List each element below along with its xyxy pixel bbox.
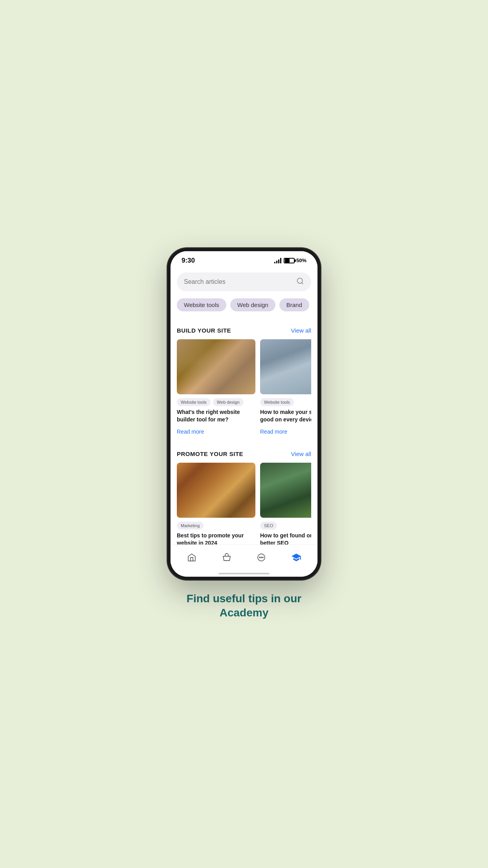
svg-line-1 <box>302 282 303 284</box>
article-card-4: SEO How to get found online with better … <box>260 463 311 558</box>
tag-marketing[interactable]: Marketing <box>177 522 204 530</box>
tag-seo[interactable]: SEO <box>260 522 277 530</box>
battery-percentage: 50% <box>296 257 306 263</box>
section-build-your-site: BUILD YOUR SITE View all Website tools W… <box>171 321 317 441</box>
search-section <box>171 268 317 295</box>
phone-frame: 9:30 50% <box>167 248 321 580</box>
section-title-promote: PROMOTE YOUR SITE <box>177 451 243 457</box>
card-image-laptop <box>260 339 311 394</box>
articles-row-build: Website tools Web design What's the righ… <box>177 339 311 435</box>
battery-icon: 50% <box>284 257 306 263</box>
card-tags-2: Website tools <box>260 394 311 408</box>
svg-point-5 <box>262 557 263 558</box>
svg-point-0 <box>297 278 303 283</box>
phone-screen: 9:30 50% <box>171 251 317 577</box>
status-icons: 50% <box>274 257 306 263</box>
view-all-build[interactable]: View all <box>291 327 311 334</box>
card-tags-4: SEO <box>260 518 311 532</box>
status-time: 9:30 <box>182 257 195 265</box>
tagline: Find useful tips in our Academy <box>161 592 327 620</box>
article-card-1: Website tools Web design What's the righ… <box>177 339 255 435</box>
section-title-build: BUILD YOUR SITE <box>177 327 231 334</box>
search-bar[interactable] <box>177 272 311 291</box>
chip-brand[interactable]: Brand <box>279 298 309 311</box>
academy-icon <box>291 552 301 563</box>
chip-web-design[interactable]: Web design <box>230 298 275 311</box>
section-header-promote: PROMOTE YOUR SITE View all <box>177 451 311 457</box>
chat-icon <box>256 552 266 563</box>
phone-wrapper: 9:30 50% <box>161 248 327 620</box>
card-title-2: How to make your site look good on every… <box>260 408 311 424</box>
status-bar: 9:30 50% <box>171 251 317 268</box>
signal-icon <box>274 258 281 263</box>
tag-web-design[interactable]: Web design <box>213 398 244 406</box>
home-indicator <box>218 573 270 574</box>
store-icon <box>222 552 232 563</box>
read-more-1[interactable]: Read more <box>177 428 255 435</box>
nav-chat[interactable] <box>248 549 274 566</box>
svg-point-4 <box>261 557 262 558</box>
nav-academy[interactable] <box>283 549 309 566</box>
read-more-2[interactable]: Read more <box>260 428 311 435</box>
card-tags-3: Marketing <box>177 518 255 532</box>
screen-content[interactable]: Website tools Web design Brand BUILD YOU… <box>171 268 317 577</box>
nav-home[interactable] <box>179 549 205 566</box>
chip-website-tools[interactable]: Website tools <box>177 298 226 311</box>
search-icon <box>296 277 304 287</box>
card-image-tablet <box>177 463 255 518</box>
article-card-2: Website tools How to make your site look… <box>260 339 311 435</box>
home-icon <box>187 552 197 563</box>
tag-website-tools-2[interactable]: Website tools <box>260 398 294 406</box>
nav-store[interactable] <box>214 549 240 566</box>
search-input[interactable] <box>184 278 292 285</box>
card-tags-1: Website tools Web design <box>177 394 255 408</box>
svg-point-3 <box>259 557 260 558</box>
articles-row-promote: Marketing Best tips to promote your webs… <box>177 463 311 558</box>
tag-website-tools[interactable]: Website tools <box>177 398 211 406</box>
card-image-person <box>260 463 311 518</box>
card-image-pottery <box>177 339 255 394</box>
bottom-nav <box>171 544 317 577</box>
filter-chips: Website tools Web design Brand <box>171 295 317 318</box>
section-header-build: BUILD YOUR SITE View all <box>177 327 311 334</box>
view-all-promote[interactable]: View all <box>291 451 311 457</box>
card-title-1: What's the right website builder tool fo… <box>177 408 255 424</box>
article-card-3: Marketing Best tips to promote your webs… <box>177 463 255 558</box>
